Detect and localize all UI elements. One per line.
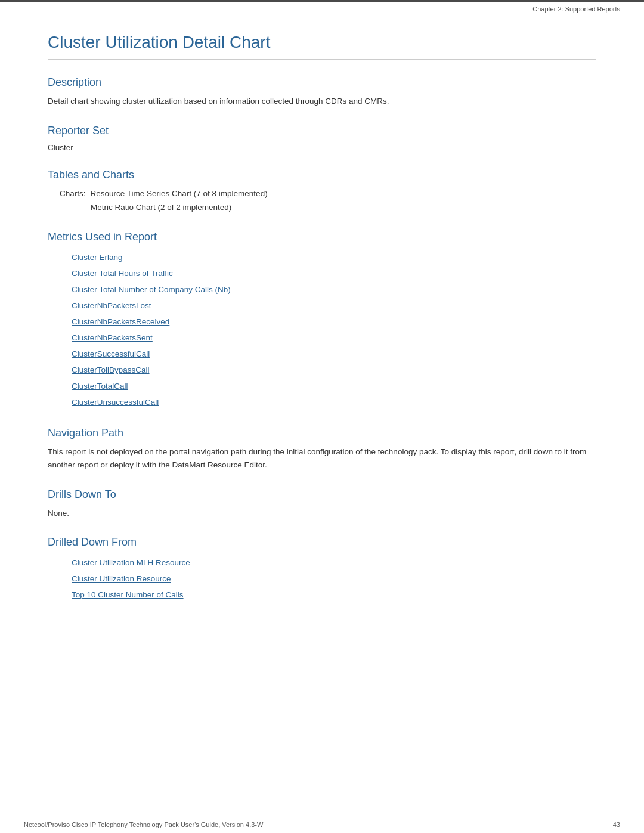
metrics-list: Cluster Erlang Cluster Total Hours of Tr… xyxy=(72,249,596,410)
navigation-path-text: This report is not deployed on the porta… xyxy=(48,445,596,471)
navigation-path-section: Navigation Path This report is not deplo… xyxy=(48,427,596,471)
page-footer: Netcool/Proviso Cisco IP Telephony Techn… xyxy=(0,816,644,833)
metric-item-0[interactable]: Cluster Erlang xyxy=(72,249,596,265)
charts-container: Charts: Resource Time Series Chart (7 of… xyxy=(60,187,596,215)
footer-page-number: 43 xyxy=(613,821,620,828)
charts-line-1: Resource Time Series Chart (7 of 8 imple… xyxy=(91,187,268,201)
description-heading: Description xyxy=(48,76,596,89)
reporter-set-value: Cluster xyxy=(48,143,596,152)
drill-item-1[interactable]: Cluster Utilization Resource xyxy=(72,571,596,587)
drill-item-2[interactable]: Top 10 Cluster Number of Calls xyxy=(72,587,596,603)
metric-item-9[interactable]: ClusterUnsuccessfulCall xyxy=(72,394,596,410)
navigation-path-heading: Navigation Path xyxy=(48,427,596,439)
tables-charts-heading: Tables and Charts xyxy=(48,169,596,181)
metric-item-1[interactable]: Cluster Total Hours of Traffic xyxy=(72,265,596,281)
metric-item-2[interactable]: Cluster Total Number of Company Calls (N… xyxy=(72,281,596,298)
drill-item-0[interactable]: Cluster Utilization MLH Resource xyxy=(72,555,596,571)
description-section: Description Detail chart showing cluster… xyxy=(48,76,596,108)
chapter-label: Chapter 2: Supported Reports xyxy=(532,5,620,13)
footer-text: Netcool/Proviso Cisco IP Telephony Techn… xyxy=(24,821,263,828)
drills-list: Cluster Utilization MLH Resource Cluster… xyxy=(72,555,596,603)
metric-item-3[interactable]: ClusterNbPacketsLost xyxy=(72,298,596,314)
charts-label: Charts: xyxy=(60,187,86,201)
metric-item-4[interactable]: ClusterNbPacketsReceived xyxy=(72,314,596,330)
metric-item-7[interactable]: ClusterTollBypassCall xyxy=(72,362,596,378)
charts-second-line: Metric Ratio Chart (2 of 2 implemented) xyxy=(60,201,596,215)
drills-down-to-heading: Drills Down To xyxy=(48,488,596,501)
metrics-section: Metrics Used in Report Cluster Erlang Cl… xyxy=(48,231,596,410)
charts-line-2: Metric Ratio Chart (2 of 2 implemented) xyxy=(91,203,231,212)
drills-down-to-value: None. xyxy=(48,507,596,520)
description-text: Detail chart showing cluster utilization… xyxy=(48,95,596,108)
top-header: Chapter 2: Supported Reports xyxy=(0,0,644,15)
main-content: Cluster Utilization Detail Chart Descrip… xyxy=(0,15,644,816)
metrics-heading: Metrics Used in Report xyxy=(48,231,596,243)
page-container: Chapter 2: Supported Reports Cluster Uti… xyxy=(0,0,644,833)
reporter-set-section: Reporter Set Cluster xyxy=(48,125,596,152)
metric-item-6[interactable]: ClusterSuccessfulCall xyxy=(72,346,596,362)
tables-charts-section: Tables and Charts Charts: Resource Time … xyxy=(48,169,596,215)
drilled-down-from-heading: Drilled Down From xyxy=(48,536,596,549)
drills-down-to-section: Drills Down To None. xyxy=(48,488,596,520)
metric-item-5[interactable]: ClusterNbPacketsSent xyxy=(72,330,596,346)
page-title: Cluster Utilization Detail Chart xyxy=(48,33,596,60)
charts-first-line: Charts: Resource Time Series Chart (7 of… xyxy=(60,187,596,201)
drilled-down-from-section: Drilled Down From Cluster Utilization ML… xyxy=(48,536,596,603)
metric-item-8[interactable]: ClusterTotalCall xyxy=(72,378,596,394)
reporter-set-heading: Reporter Set xyxy=(48,125,596,137)
